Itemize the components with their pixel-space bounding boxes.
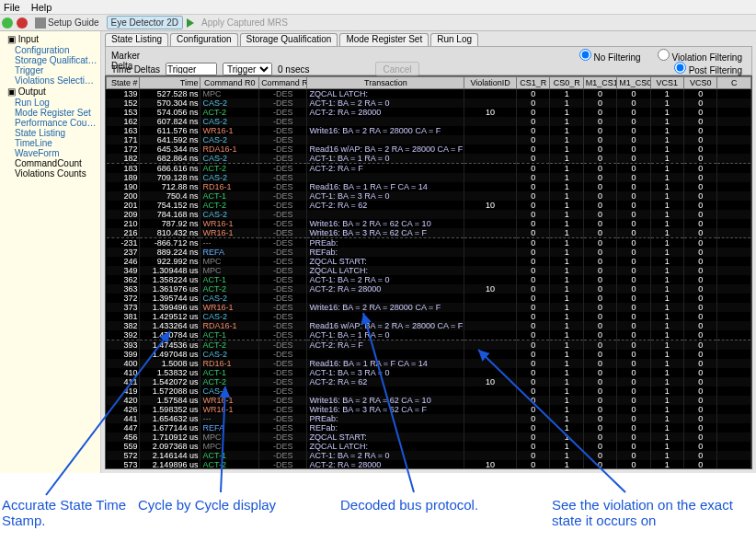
menu-file[interactable]: File xyxy=(4,2,20,13)
table-row[interactable]: 5732.149896 usACT-2-DESACT-2: RA = 28000… xyxy=(107,460,751,469)
table-row[interactable]: 189709.128 nsCAS-2-DES010010 xyxy=(107,173,751,182)
table-row[interactable]: 153574.056 nsACT-2-DESACT-2: RA = 280001… xyxy=(107,108,751,117)
eye-detector-label: Eye Detector 2D xyxy=(111,17,178,28)
table-row[interactable]: 4411.654632 us----DESPREab:010010 xyxy=(107,414,751,423)
sidebar-item[interactable]: Performance Counters xyxy=(2,118,98,128)
table-row[interactable]: 4001.5008 usRD16-1-DESRead16: BA = 1 RA … xyxy=(107,359,751,368)
cell: -DES xyxy=(259,303,307,312)
table-row[interactable]: 5722.146144 usACT-1-DESACT-1: BA = 2 RA … xyxy=(107,451,751,460)
trigger-from-input[interactable] xyxy=(166,63,217,75)
column-header[interactable]: State # xyxy=(107,77,140,89)
table-row[interactable]: 3921.470784 usACT-1-DESACT-1: BA = 1 RA … xyxy=(107,330,751,340)
table-row[interactable]: 152570.304 nsCAS-2-DESACT-1: BA = 2 RA =… xyxy=(107,98,751,108)
table-row[interactable]: 4101.53832 usACT-1-DESACT-1: BA = 3 RA =… xyxy=(107,368,751,377)
column-header[interactable]: CS1_R xyxy=(517,77,550,89)
table-row[interactable]: 3621.358224 usACT-1-DESACT-1: BA = 2 RA … xyxy=(107,275,751,284)
column-header[interactable]: Time xyxy=(140,77,200,89)
table-row[interactable]: 3821.433264 usRDA16-1-DESRead16 w/AP: BA… xyxy=(107,321,751,330)
table-row[interactable]: 190712.88 nsRD16-1-DESRead16: BA = 1 RA … xyxy=(107,182,751,191)
tab[interactable]: Run Log xyxy=(430,33,478,46)
trigger-select[interactable]: Trigger xyxy=(223,63,272,75)
sidebar-item[interactable]: TimeLine xyxy=(2,138,98,148)
sidebar-output-node[interactable]: ▣ Output xyxy=(2,86,98,98)
table-row[interactable]: 3991.497048 usCAS-2-DES010010 xyxy=(107,350,751,359)
column-header[interactable]: CS0_R xyxy=(550,77,583,89)
sidebar-item[interactable]: WaveForm xyxy=(2,148,98,158)
sidebar-item[interactable]: CommandCount xyxy=(2,158,98,168)
stop-record-icon[interactable] xyxy=(17,17,28,29)
table-row[interactable]: 209784.168 nsCAS-2-DES010010 xyxy=(107,210,751,219)
eye-detector-button[interactable]: Eye Detector 2D xyxy=(107,16,183,29)
record-icon[interactable] xyxy=(2,17,13,29)
table-row[interactable]: 172645.344 nsRDA16-1-DESRead16 w/AP: BA … xyxy=(107,144,751,154)
cell: 400 xyxy=(107,359,140,368)
tab[interactable]: Configuration xyxy=(170,33,237,46)
cell xyxy=(307,312,464,321)
table-row[interactable]: 139527.528 nsMPC-DESZQCAL LATCH:010010 xyxy=(107,89,751,99)
table-row[interactable]: 3931.474536 usACT-2-DESACT-2: RA = F0100… xyxy=(107,340,751,351)
column-header[interactable]: C xyxy=(717,77,751,89)
cell: 0 xyxy=(684,135,717,144)
table-row[interactable]: 210787.92 nsWR16-1-DESWrite16: BA = 2 RA… xyxy=(107,219,751,228)
tab[interactable]: Mode Register Set xyxy=(339,33,429,46)
post-filtering-radio[interactable]: Post Filtering xyxy=(674,65,742,75)
annotation-decoded: Decoded bus protocol. xyxy=(340,497,478,513)
table-row[interactable]: 3731.399496 usWR16-1-DESWrite16: BA = 2 … xyxy=(107,303,751,312)
column-header[interactable]: Command R0 xyxy=(200,77,259,89)
sidebar-item[interactable]: Violations Selection Freq 0 xyxy=(2,75,98,86)
table-row[interactable]: 3721.395744 usCAS-2-DES010010 xyxy=(107,294,751,303)
table-row[interactable]: 4261.598352 usWR16-1-DESWrite16: BA = 3 … xyxy=(107,405,751,414)
play-icon[interactable] xyxy=(187,18,194,28)
table-row[interactable]: 201754.152 nsACT-2-DESACT-2: RA = 621001… xyxy=(107,201,751,210)
no-filtering-radio[interactable]: No Filtering xyxy=(579,49,641,63)
setup-guide-button[interactable]: Setup Guide xyxy=(31,17,103,29)
cancel-button[interactable]: Cancel xyxy=(375,62,418,76)
column-header[interactable]: M1_CS0 xyxy=(617,77,650,89)
cell: 237 xyxy=(107,248,140,257)
sidebar-item[interactable]: Configuration xyxy=(2,45,98,55)
sidebar-item[interactable]: Run Log xyxy=(2,98,98,108)
column-header[interactable]: M1_CS1 xyxy=(583,77,616,89)
column-header[interactable]: Transaction xyxy=(307,77,464,89)
post-filtering-label: Post Filtering xyxy=(689,65,742,75)
table-row[interactable]: 182682.864 nsCAS-2-DESACT-1: BA = 1 RA =… xyxy=(107,154,751,164)
tab[interactable]: Storage Qualification xyxy=(240,33,338,46)
sidebar-item[interactable]: Violations Counts xyxy=(2,168,98,179)
table-row[interactable]: 5592.097368 usMPC-DESZQCAL LATCH:010010 xyxy=(107,442,751,451)
table-row[interactable]: 200750.4 nsACT-1-DESACT-1: BA = 3 RA = 0… xyxy=(107,191,751,201)
apply-captured-button[interactable]: Apply Captured MRS xyxy=(198,17,292,29)
table-row[interactable]: 237889.224 nsREFA-DESREFab:010010 xyxy=(107,248,751,257)
table-row[interactable]: 163611.576 nsWR16-1-DESWrite16: BA = 2 R… xyxy=(107,126,751,135)
table-row[interactable]: 4471.677144 usREFA-DESREFab:010010 xyxy=(107,423,751,432)
sidebar-item[interactable]: Storage Qualification xyxy=(2,55,98,65)
table-row[interactable]: 4111.542072 usACT-2-DESACT-2: RA = 62100… xyxy=(107,377,751,386)
cell: MPC xyxy=(200,89,259,99)
table-row[interactable]: 162607.824 nsCAS-2-DES010010 xyxy=(107,117,751,126)
sidebar-input-node[interactable]: ▣ Input xyxy=(2,33,98,45)
tab[interactable]: State Listing xyxy=(105,33,168,46)
column-header[interactable]: VCS0 xyxy=(684,77,717,89)
table-row[interactable]: 4561.710912 usMPC-DESZQCAL START:010010 xyxy=(107,432,751,442)
table-row[interactable]: 3631.361976 usACT-2-DESACT-2: RA = 28000… xyxy=(107,284,751,294)
table-row[interactable]: 171641.592 nsCAS-2-DES010010 xyxy=(107,135,751,144)
table-row[interactable]: 183686.616 nsACT-2-DESACT-2: RA = F01001… xyxy=(107,164,751,174)
table-row[interactable]: 4201.57584 usWR16-1-DESWrite16: BA = 2 R… xyxy=(107,396,751,405)
cell: 0 xyxy=(583,164,616,174)
sidebar-item[interactable]: Mode Register Set xyxy=(2,108,98,118)
cell: 0 xyxy=(583,405,616,414)
column-header[interactable]: VCS1 xyxy=(650,77,683,89)
column-header[interactable]: Command R1 xyxy=(259,77,307,89)
sidebar-item[interactable]: State Listing xyxy=(2,128,98,138)
violation-filtering-radio[interactable]: Violation Filtering xyxy=(658,49,742,63)
table-row[interactable]: -231-866.712 ns----DESPREab:010010 xyxy=(107,238,751,248)
sidebar-item[interactable]: Trigger xyxy=(2,65,98,75)
table-row[interactable]: 4191.572088 usCAS-2-DES010010 xyxy=(107,386,751,396)
cell xyxy=(464,405,517,414)
table-row[interactable]: 216810.432 nsWR16-1-DESWrite16: BA = 3 R… xyxy=(107,228,751,238)
table-row[interactable]: 246922.992 nsMPC-DESZQCAL START:010010 xyxy=(107,257,751,266)
column-header[interactable]: ViolationID xyxy=(464,77,517,89)
table-row[interactable]: 3491.309448 usMPC-DESZQCAL LATCH:010010 xyxy=(107,266,751,275)
table-row[interactable]: 3811.429512 usCAS-2-DES010010 xyxy=(107,312,751,321)
cell: 754.152 ns xyxy=(140,201,200,210)
menu-help[interactable]: Help xyxy=(31,2,52,13)
